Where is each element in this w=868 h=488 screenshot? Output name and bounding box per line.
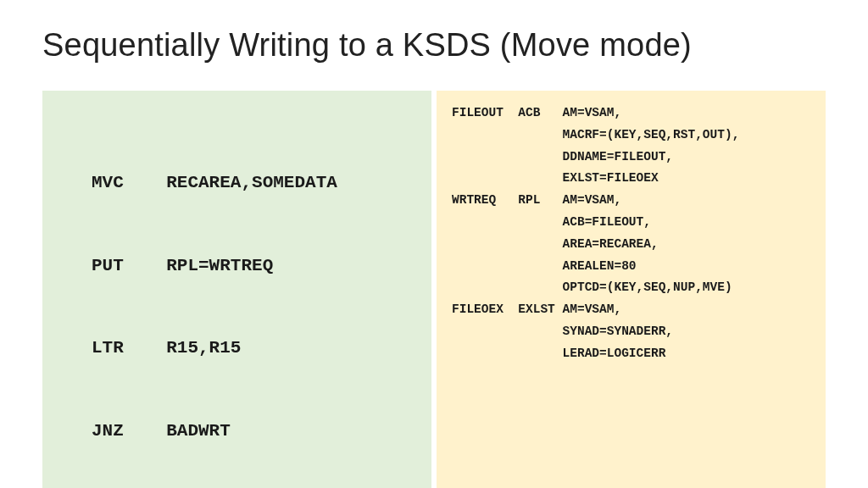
content-columns: MVC RECAREA,SOMEDATA PUT RPL=WRTREQ LTR … [42, 91, 826, 488]
code-line: AREA=RECAREA, [452, 234, 810, 256]
code-line: OPTCD=(KEY,SEQ,NUP,MVE) [452, 277, 810, 299]
code-line: DDNAME=FILEOUT, [452, 147, 810, 169]
right-panel: FILEOUT ACB AM=VSAM, MACRF=(KEY,SEQ,RST,… [437, 91, 826, 488]
assembly-code-block: MVC RECAREA,SOMEDATA PUT RPL=WRTREQ LTR … [92, 114, 415, 488]
asm-line: LTR R15,R15 [92, 335, 415, 363]
asm-line: MVC RECAREA,SOMEDATA [92, 169, 415, 197]
code-line: LERAD=LOGICERR [452, 343, 810, 365]
asm-line: JNZ BADWRT [92, 418, 415, 446]
code-line: EXLST=FILEOEX [452, 168, 810, 190]
slide-title: Sequentially Writing to a KSDS (Move mod… [42, 27, 826, 64]
code-line: SYNAD=SYNADERR, [452, 321, 810, 343]
code-line: AREALEN=80 [452, 256, 810, 278]
code-line: MACRF=(KEY,SEQ,RST,OUT), [452, 125, 810, 147]
code-line: WRTREQ RPL AM=VSAM, [452, 190, 810, 212]
code-line: ACB=FILEOUT, [452, 212, 810, 234]
code-line: FILEOUT ACB AM=VSAM, [452, 103, 810, 125]
asm-line: PUT RPL=WRTREQ [92, 252, 415, 280]
left-panel: MVC RECAREA,SOMEDATA PUT RPL=WRTREQ LTR … [42, 91, 431, 488]
code-line: FILEOEX EXLST AM=VSAM, [452, 299, 810, 321]
